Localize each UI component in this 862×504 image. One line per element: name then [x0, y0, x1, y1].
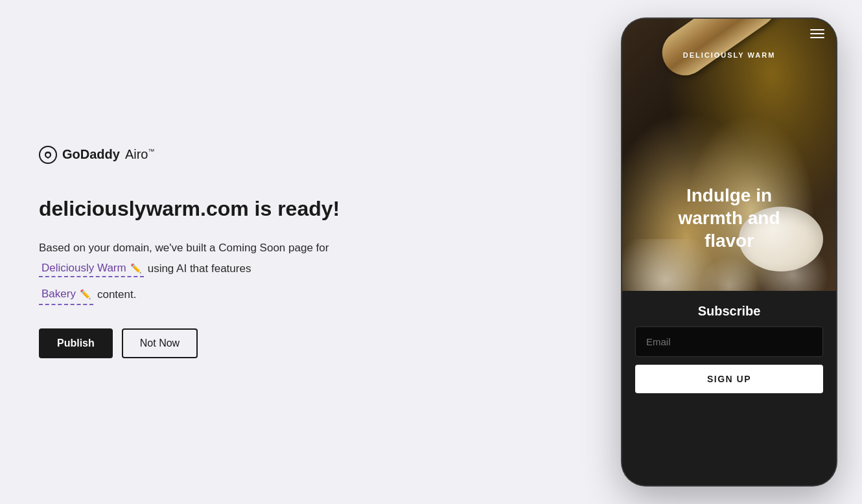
phone-nav	[622, 19, 836, 49]
edit-business-name-icon: ✏️	[130, 263, 141, 273]
phone-site-name: DELICIOUSLY WARM	[622, 51, 836, 59]
left-panel: GoDaddy Airo™ deliciouslywarm.com is rea…	[0, 0, 616, 504]
signup-button[interactable]: SIGN UP	[635, 365, 823, 393]
business-name-text: Deliciously Warm	[41, 262, 126, 275]
publish-button[interactable]: Publish	[39, 328, 113, 358]
hero-line1: Indulge in	[686, 185, 772, 205]
category-field[interactable]: Bakery ✏️	[39, 284, 93, 305]
hero-line3: flavor	[705, 231, 754, 251]
logo-brand-text: GoDaddy	[62, 147, 120, 162]
godaddy-logo-icon	[39, 146, 57, 164]
description-line1: Based on your domain, we've built a Comi…	[39, 239, 577, 257]
description-line2: Bakery ✏️ content.	[39, 284, 577, 305]
phone-mockup: DELICIOUSLY WARM Indulge in warmth and f…	[622, 19, 836, 485]
business-name-field[interactable]: Deliciously Warm ✏️	[39, 260, 144, 277]
page-title: deliciouslywarm.com is ready!	[39, 196, 577, 221]
phone-hero-heading: Indulge in warmth and flavor	[635, 184, 823, 252]
content-suffix-text: content.	[97, 286, 137, 303]
not-now-button[interactable]: Not Now	[122, 328, 198, 358]
logo-area: GoDaddy Airo™	[39, 146, 577, 164]
email-input[interactable]	[635, 326, 823, 357]
subscribe-title: Subscribe	[698, 304, 761, 319]
edit-category-icon: ✏️	[80, 287, 91, 301]
right-panel: DELICIOUSLY WARM Indulge in warmth and f…	[616, 0, 862, 504]
hero-line2: warmth and	[678, 208, 780, 228]
description-line1b: Deliciously Warm ✏️ using AI that featur…	[39, 260, 577, 277]
phone-hero-text: Indulge in warmth and flavor	[622, 184, 836, 252]
phone-bottom-section: Subscribe SIGN UP	[622, 291, 836, 485]
hamburger-menu-icon[interactable]	[810, 29, 824, 38]
category-text: Bakery	[41, 285, 76, 303]
logo-product-text: Airo™	[125, 147, 155, 162]
button-row: Publish Not Now	[39, 328, 577, 358]
phone-hero: DELICIOUSLY WARM Indulge in warmth and f…	[622, 19, 836, 291]
phone-screen: DELICIOUSLY WARM Indulge in warmth and f…	[622, 19, 836, 485]
using-ai-text: using AI that features	[148, 262, 251, 275]
